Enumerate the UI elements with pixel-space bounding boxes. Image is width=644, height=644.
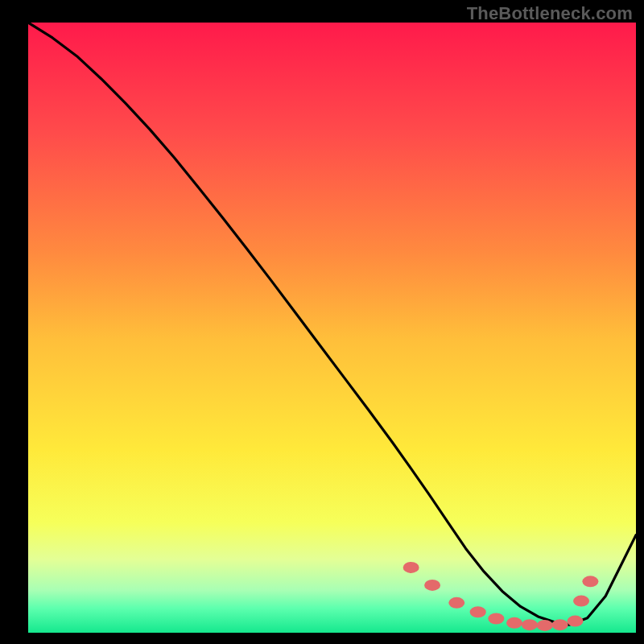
marker-dot <box>568 616 584 627</box>
marker-dot <box>470 606 486 617</box>
marker-dot <box>582 576 598 587</box>
marker-dot <box>506 617 522 629</box>
plot-area <box>28 23 636 633</box>
marker-dot <box>522 619 538 630</box>
chart-frame: TheBottleneck.com <box>0 0 644 644</box>
chart-svg <box>28 23 636 633</box>
gradient-background <box>28 23 636 633</box>
marker-dot <box>403 562 419 573</box>
marker-dot <box>573 596 589 607</box>
marker-dot <box>448 597 464 609</box>
marker-dot <box>537 620 553 631</box>
marker-dot <box>424 580 440 591</box>
watermark-text: TheBottleneck.com <box>467 3 633 24</box>
marker-dot <box>552 619 568 630</box>
marker-dot <box>488 613 504 625</box>
